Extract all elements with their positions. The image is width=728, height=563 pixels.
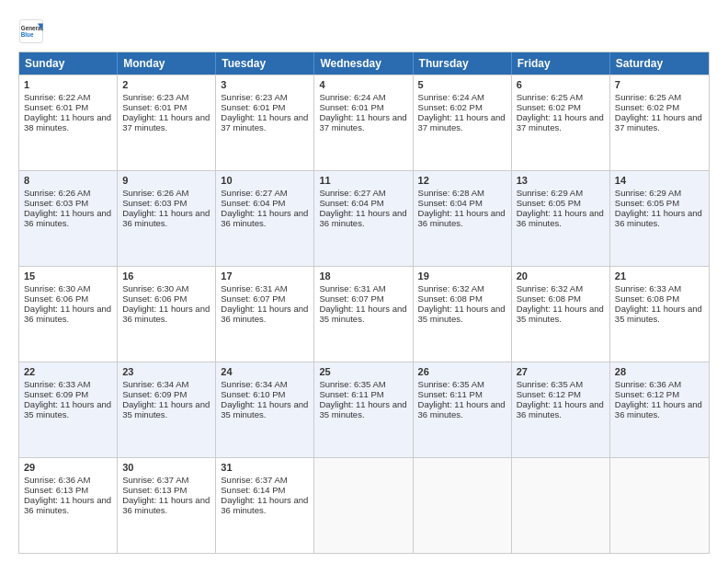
sunrise-text: Sunrise: 6:25 AM xyxy=(615,92,681,102)
daylight-text: Daylight: 11 hours and 35 minutes. xyxy=(221,399,308,419)
day-number: 17 xyxy=(221,270,309,282)
calendar-cell: 20Sunrise: 6:32 AMSunset: 6:08 PMDayligh… xyxy=(512,267,610,362)
daylight-text: Daylight: 11 hours and 36 minutes. xyxy=(221,304,308,324)
header-monday: Monday xyxy=(118,52,216,75)
daylight-text: Daylight: 11 hours and 36 minutes. xyxy=(24,208,111,228)
sunrise-text: Sunrise: 6:30 AM xyxy=(24,283,90,293)
daylight-text: Daylight: 11 hours and 35 minutes. xyxy=(418,304,506,324)
calendar-cell: 24Sunrise: 6:34 AMSunset: 6:10 PMDayligh… xyxy=(216,362,314,457)
sunrise-text: Sunrise: 6:26 AM xyxy=(24,188,90,198)
calendar-cell: 23Sunrise: 6:34 AMSunset: 6:09 PMDayligh… xyxy=(118,362,216,457)
sunrise-text: Sunrise: 6:31 AM xyxy=(221,283,287,293)
calendar-cell: 13Sunrise: 6:29 AMSunset: 6:05 PMDayligh… xyxy=(512,171,610,266)
page: General Blue Sunday Monday Tuesday Wedne… xyxy=(0,0,728,563)
sunrise-text: Sunrise: 6:27 AM xyxy=(319,188,385,198)
sunset-text: Sunset: 6:02 PM xyxy=(615,102,679,112)
header: General Blue xyxy=(18,18,710,44)
sunset-text: Sunset: 6:05 PM xyxy=(615,198,679,208)
daylight-text: Daylight: 11 hours and 36 minutes. xyxy=(418,208,506,228)
day-number: 4 xyxy=(319,79,407,90)
sunrise-text: Sunrise: 6:33 AM xyxy=(615,283,681,293)
day-number: 9 xyxy=(122,175,210,186)
calendar-cell: 19Sunrise: 6:32 AMSunset: 6:08 PMDayligh… xyxy=(414,267,512,362)
day-number: 24 xyxy=(221,366,309,377)
calendar-body: 1Sunrise: 6:22 AMSunset: 6:01 PMDaylight… xyxy=(19,75,709,553)
calendar-cell: 8Sunrise: 6:26 AMSunset: 6:03 PMDaylight… xyxy=(19,171,118,266)
sunrise-text: Sunrise: 6:37 AM xyxy=(122,475,188,485)
calendar-row: 15Sunrise: 6:30 AMSunset: 6:06 PMDayligh… xyxy=(19,266,709,362)
day-number: 25 xyxy=(319,366,407,377)
calendar-cell: 14Sunrise: 6:29 AMSunset: 6:05 PMDayligh… xyxy=(610,171,709,266)
day-number: 7 xyxy=(615,79,704,90)
sunset-text: Sunset: 6:01 PM xyxy=(221,102,285,112)
calendar: Sunday Monday Tuesday Wednesday Thursday… xyxy=(18,52,710,554)
sunrise-text: Sunrise: 6:29 AM xyxy=(517,188,583,198)
sunrise-text: Sunrise: 6:34 AM xyxy=(122,379,188,389)
daylight-text: Daylight: 11 hours and 38 minutes. xyxy=(24,112,111,132)
daylight-text: Daylight: 11 hours and 35 minutes. xyxy=(319,399,406,419)
sunset-text: Sunset: 6:12 PM xyxy=(615,389,679,399)
day-number: 30 xyxy=(122,462,210,473)
sunset-text: Sunset: 6:04 PM xyxy=(319,198,383,208)
sunset-text: Sunset: 6:08 PM xyxy=(418,293,483,304)
logo: General Blue xyxy=(18,18,44,44)
sunset-text: Sunset: 6:12 PM xyxy=(517,389,581,399)
sunrise-text: Sunrise: 6:37 AM xyxy=(221,475,287,485)
header-saturday: Saturday xyxy=(610,52,709,75)
calendar-cell: 11Sunrise: 6:27 AMSunset: 6:04 PMDayligh… xyxy=(314,171,413,266)
calendar-row: 22Sunrise: 6:33 AMSunset: 6:09 PMDayligh… xyxy=(19,362,709,457)
sunrise-text: Sunrise: 6:30 AM xyxy=(122,283,188,293)
calendar-row: 29Sunrise: 6:36 AMSunset: 6:13 PMDayligh… xyxy=(19,457,709,553)
daylight-text: Daylight: 11 hours and 36 minutes. xyxy=(615,208,702,228)
day-number: 26 xyxy=(418,366,506,377)
sunset-text: Sunset: 6:03 PM xyxy=(122,198,187,208)
daylight-text: Daylight: 11 hours and 36 minutes. xyxy=(221,208,308,228)
calendar-cell: 29Sunrise: 6:36 AMSunset: 6:13 PMDayligh… xyxy=(19,458,118,553)
day-number: 15 xyxy=(24,270,112,282)
calendar-cell: 9Sunrise: 6:26 AMSunset: 6:03 PMDaylight… xyxy=(118,171,216,266)
sunset-text: Sunset: 6:11 PM xyxy=(319,389,383,399)
calendar-cell: 31Sunrise: 6:37 AMSunset: 6:14 PMDayligh… xyxy=(216,458,314,553)
calendar-cell: 22Sunrise: 6:33 AMSunset: 6:09 PMDayligh… xyxy=(19,362,118,457)
daylight-text: Daylight: 11 hours and 36 minutes. xyxy=(122,495,210,515)
daylight-text: Daylight: 11 hours and 36 minutes. xyxy=(615,399,702,419)
sunrise-text: Sunrise: 6:24 AM xyxy=(418,92,484,102)
sunset-text: Sunset: 6:01 PM xyxy=(319,102,383,112)
sunrise-text: Sunrise: 6:24 AM xyxy=(319,92,385,102)
sunset-text: Sunset: 6:14 PM xyxy=(221,485,285,495)
daylight-text: Daylight: 11 hours and 35 minutes. xyxy=(319,304,406,324)
day-number: 29 xyxy=(24,462,112,473)
sunset-text: Sunset: 6:06 PM xyxy=(24,293,88,304)
header-wednesday: Wednesday xyxy=(314,52,413,75)
daylight-text: Daylight: 11 hours and 36 minutes. xyxy=(221,495,308,515)
calendar-cell: 30Sunrise: 6:37 AMSunset: 6:13 PMDayligh… xyxy=(118,458,216,553)
sunset-text: Sunset: 6:01 PM xyxy=(24,102,88,112)
sunrise-text: Sunrise: 6:28 AM xyxy=(418,188,484,198)
daylight-text: Daylight: 11 hours and 36 minutes. xyxy=(122,304,210,324)
sunrise-text: Sunrise: 6:27 AM xyxy=(221,188,287,198)
calendar-cell xyxy=(512,458,610,553)
daylight-text: Daylight: 11 hours and 36 minutes. xyxy=(319,208,406,228)
day-number: 11 xyxy=(319,175,407,186)
calendar-cell: 15Sunrise: 6:30 AMSunset: 6:06 PMDayligh… xyxy=(19,267,118,362)
sunset-text: Sunset: 6:04 PM xyxy=(221,198,285,208)
daylight-text: Daylight: 11 hours and 37 minutes. xyxy=(221,112,308,132)
day-number: 21 xyxy=(615,270,704,282)
sunset-text: Sunset: 6:01 PM xyxy=(122,102,187,112)
daylight-text: Daylight: 11 hours and 36 minutes. xyxy=(517,208,604,228)
day-number: 1 xyxy=(24,79,112,90)
daylight-text: Daylight: 11 hours and 36 minutes. xyxy=(24,304,111,324)
sunrise-text: Sunrise: 6:23 AM xyxy=(221,92,287,102)
sunrise-text: Sunrise: 6:36 AM xyxy=(615,379,681,389)
sunset-text: Sunset: 6:09 PM xyxy=(122,389,187,399)
calendar-cell: 18Sunrise: 6:31 AMSunset: 6:07 PMDayligh… xyxy=(314,267,413,362)
calendar-cell: 12Sunrise: 6:28 AMSunset: 6:04 PMDayligh… xyxy=(414,171,512,266)
sunset-text: Sunset: 6:02 PM xyxy=(517,102,581,112)
calendar-row: 8Sunrise: 6:26 AMSunset: 6:03 PMDaylight… xyxy=(19,170,709,266)
sunrise-text: Sunrise: 6:34 AM xyxy=(221,379,287,389)
day-number: 12 xyxy=(418,175,506,186)
sunset-text: Sunset: 6:07 PM xyxy=(319,293,383,304)
calendar-cell: 4Sunrise: 6:24 AMSunset: 6:01 PMDaylight… xyxy=(314,75,413,170)
daylight-text: Daylight: 11 hours and 36 minutes. xyxy=(24,495,111,515)
sunrise-text: Sunrise: 6:25 AM xyxy=(517,92,583,102)
